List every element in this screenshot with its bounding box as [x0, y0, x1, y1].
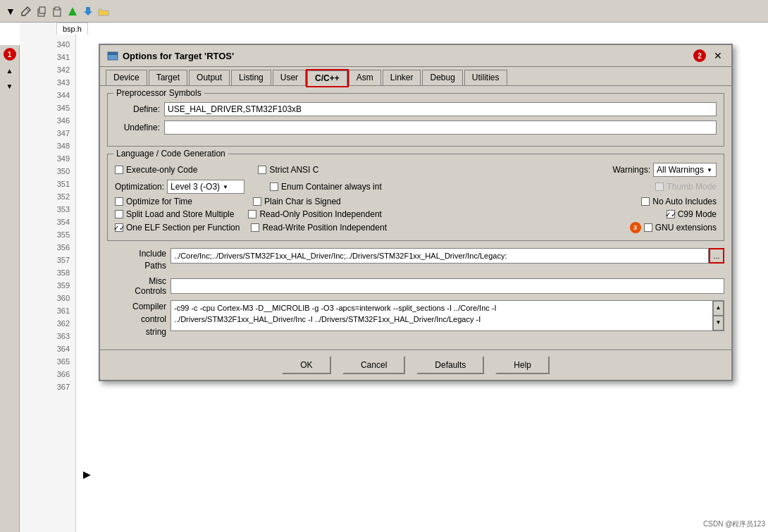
toolbar-paste-btn[interactable]	[49, 4, 65, 19]
undefine-input[interactable]	[164, 120, 717, 135]
row2: Optimization: Level 3 (-O3) ▼ Enum Conta…	[115, 180, 717, 194]
read-only-pos-label: Read-Only Position Independent	[259, 209, 381, 219]
thumb-mode-label: Thumb Mode	[667, 182, 717, 192]
language-group: Language / Code Generation Execute-only …	[107, 154, 724, 241]
tab-output[interactable]: Output	[189, 70, 230, 85]
optimize-time-label: Optimize for Time	[126, 197, 192, 206]
no-auto-includes-label: No Auto Includes	[652, 197, 717, 206]
misc-controls-input[interactable]	[171, 278, 724, 294]
dialog-footer: OK Cancel Defaults Help	[100, 349, 731, 380]
compiler-scroll-up[interactable]: ▲	[713, 301, 724, 316]
split-load-label: Split Load and Store Multiple	[126, 209, 234, 219]
sidebar-up-btn[interactable]: ▲	[3, 63, 17, 78]
dialog-icon	[107, 50, 118, 61]
preprocessor-title: Preprocessor Symbols	[113, 88, 204, 98]
read-write-pos-label: Read-Write Position Independent	[262, 223, 387, 233]
compiler-string-section: Compilercontrolstring -c99 -c -cpu Corte…	[107, 300, 724, 338]
svg-marker-4	[68, 7, 77, 16]
svg-rect-7	[108, 52, 118, 55]
sidebar-down-btn[interactable]: ▼	[3, 79, 17, 93]
define-label: Define:	[115, 104, 164, 114]
split-load-checkbox[interactable]	[115, 210, 123, 218]
optimize-time-option: Optimize for Time	[115, 197, 192, 206]
defaults-button[interactable]: Defaults	[416, 356, 484, 374]
define-input[interactable]	[164, 102, 717, 116]
toolbar-copy-btn[interactable]	[34, 4, 49, 19]
dialog-titlebar: Options for Target 'RTOS' 2 ✕	[100, 45, 731, 67]
tab-listing[interactable]: Listing	[231, 70, 271, 85]
tab-bar: Device Target Output Listing User C/C++ …	[100, 67, 731, 86]
dialog-title: Options for Target 'RTOS'	[123, 51, 693, 61]
optimization-dropdown-arrow: ▼	[223, 184, 228, 190]
gnu-extensions-label: GNU extensions	[655, 223, 717, 233]
thumb-mode-option: Thumb Mode	[655, 182, 717, 192]
tab-target[interactable]: Target	[149, 70, 187, 85]
cancel-button[interactable]: Cancel	[342, 356, 405, 374]
optimization-label: Optimization:	[115, 182, 164, 192]
toolbar-tool-btn[interactable]	[18, 4, 34, 19]
compiler-string-label: Compilercontrolstring	[107, 300, 171, 338]
warnings-dropdown-arrow: ▼	[707, 167, 712, 173]
gnu-extensions-checkbox[interactable]	[644, 223, 652, 232]
toolbar-arrows-btn[interactable]	[80, 4, 96, 19]
read-write-pos-option: Read-Write Position Independent	[251, 223, 387, 233]
tab-linker[interactable]: Linker	[383, 70, 421, 85]
warnings-row: Warnings: All Warnings ▼	[612, 163, 717, 177]
line-numbers: bsp.h 340 341 342 343 344 345 346 347 34…	[20, 23, 76, 532]
tab-device[interactable]: Device	[106, 70, 147, 85]
one-elf-checkbox[interactable]: ✓	[115, 223, 123, 232]
tab-debug[interactable]: Debug	[422, 70, 462, 85]
toolbar-folder-btn[interactable]	[96, 4, 111, 19]
watermark: CSDN @程序员123	[703, 519, 765, 529]
left-sidebar: 1 ▲ ▼	[0, 45, 20, 532]
tab-cpp[interactable]: C/C++	[307, 70, 347, 86]
misc-controls-section: MiscControls	[107, 276, 724, 296]
toolbar-green-btn[interactable]	[65, 4, 80, 19]
read-only-pos-option: Read-Only Position Independent	[248, 209, 381, 219]
help-button[interactable]: Help	[495, 356, 550, 374]
dialog-close-button[interactable]: ✕	[712, 49, 724, 62]
row5: ✓ One ELF Section per Function Read-Writ…	[115, 222, 717, 233]
read-write-pos-checkbox[interactable]	[251, 223, 259, 232]
tab-utilities[interactable]: Utilities	[464, 70, 507, 85]
main-container: ▼ 1 ▲ ▼ bsp.h	[0, 0, 768, 532]
options-dialog: Options for Target 'RTOS' 2 ✕ Device Tar…	[99, 44, 733, 381]
strict-ansi-c-checkbox[interactable]	[258, 166, 266, 174]
optimize-time-checkbox[interactable]	[115, 197, 123, 206]
execute-only-code-checkbox[interactable]	[115, 166, 123, 174]
compiler-scroll-btns: ▲ ▼	[712, 301, 724, 330]
no-auto-includes-checkbox[interactable]	[641, 197, 650, 206]
tab-asm[interactable]: Asm	[349, 70, 381, 85]
svg-rect-1	[39, 7, 45, 13]
include-paths-input[interactable]	[171, 248, 709, 264]
gnu-ext-wrapper: 3 GNU extensions	[630, 222, 717, 233]
compiler-string-area[interactable]: -c99 -c -cpu Cortex-M3 -D__MICROLIB -g -…	[171, 300, 724, 331]
c99-mode-option: ✓ C99 Mode	[667, 209, 717, 219]
strict-ansi-c-option: Strict ANSI C	[258, 165, 318, 175]
execute-only-code-label: Execute-only Code	[126, 165, 197, 175]
thumb-mode-checkbox[interactable]	[655, 183, 664, 191]
warnings-select[interactable]: All Warnings ▼	[653, 163, 717, 177]
include-paths-section: IncludePaths ...	[107, 248, 724, 272]
plain-char-checkbox[interactable]	[253, 197, 261, 206]
include-paths-input-wrap: ...	[171, 248, 724, 264]
editor-tab[interactable]: bsp.h	[56, 23, 88, 35]
toolbar-dropdown-btn[interactable]: ▼	[3, 4, 18, 19]
ok-button[interactable]: OK	[282, 356, 331, 374]
include-paths-browse-button[interactable]: ...	[709, 248, 724, 264]
svg-marker-5	[84, 7, 92, 16]
badge-3: 3	[630, 222, 641, 233]
read-only-pos-checkbox[interactable]	[248, 210, 256, 218]
one-elf-label: One ELF Section per Function	[126, 223, 240, 233]
optimization-row: Optimization: Level 3 (-O3) ▼	[115, 180, 244, 194]
plain-char-option: Plain Char is Signed	[253, 197, 341, 206]
undefine-row: Undefine:	[115, 120, 717, 135]
c99-mode-checkbox[interactable]: ✓	[667, 210, 675, 218]
optimization-select[interactable]: Level 3 (-O3) ▼	[167, 180, 244, 194]
c99-mode-label: C99 Mode	[678, 209, 717, 219]
editor-area: 1 ▲ ▼ bsp.h 340 341 342 343 344 345 346 …	[0, 23, 768, 532]
compiler-scroll-down[interactable]: ▼	[713, 316, 724, 330]
define-row: Define:	[115, 102, 717, 116]
enum-container-checkbox[interactable]	[270, 183, 278, 191]
tab-user[interactable]: User	[273, 70, 306, 85]
